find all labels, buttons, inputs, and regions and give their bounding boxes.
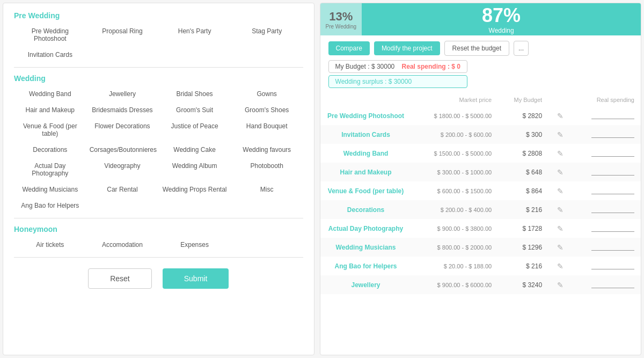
honeymoon-items: Air ticketsAccomodationExpenses: [14, 239, 303, 251]
list-item[interactable]: Accomodation: [86, 239, 159, 251]
edit-icon[interactable]: ✎: [548, 125, 572, 144]
list-item[interactable]: Wedding Props Rental: [158, 184, 231, 195]
list-item[interactable]: Actual Day Photography: [14, 160, 86, 179]
edit-icon[interactable]: ✎: [548, 200, 572, 219]
edit-icon[interactable]: ✎: [548, 275, 572, 294]
list-item[interactable]: Ang Bao for Helpers: [14, 200, 86, 211]
edit-icon[interactable]: ✎: [548, 219, 572, 238]
row-budget: $ 1728: [498, 219, 548, 238]
list-item[interactable]: Hair and Makeup: [14, 104, 86, 116]
edit-icon[interactable]: ✎: [548, 163, 572, 181]
row-name: Pre Wedding Photoshoot: [320, 106, 412, 125]
list-item[interactable]: Groom's Suit: [158, 104, 231, 116]
dots-button[interactable]: ...: [514, 41, 529, 56]
list-item[interactable]: Decorations: [14, 144, 86, 156]
reset-button[interactable]: Reset: [88, 268, 152, 289]
edit-icon[interactable]: ✎: [548, 144, 572, 163]
edit-icon[interactable]: ✎: [548, 257, 572, 275]
pre-wedding-pct: 13%: [329, 10, 353, 24]
list-item[interactable]: Wedding favours: [231, 144, 303, 156]
list-item[interactable]: Air tickets: [14, 239, 86, 251]
edit-icon[interactable]: ✎: [548, 106, 572, 125]
list-item[interactable]: Gowns: [231, 88, 303, 100]
row-budget: $ 2808: [498, 144, 548, 163]
row-budget: $ 1296: [498, 238, 548, 257]
pre-wedding-progress: 13% Pre Wedding: [320, 3, 362, 35]
row-real-spending: [572, 219, 641, 238]
list-item[interactable]: Misc: [231, 184, 303, 195]
edit-icon[interactable]: ✎: [548, 181, 572, 200]
table-row: Jewellery $ 900.00 - $ 6000.00 $ 3240 ✎: [320, 275, 641, 294]
list-item[interactable]: Videography: [86, 160, 159, 179]
row-market-price: $ 800.00 - $ 2000.00: [412, 238, 499, 257]
list-item[interactable]: Bridal Shoes: [158, 88, 231, 100]
table-row: Invitation Cards $ 200.00 - $ 600.00 $ 3…: [320, 125, 641, 144]
surplus-label: Wedding surplus : $ 30000: [335, 78, 412, 85]
list-item[interactable]: Hen's Party: [158, 25, 231, 45]
row-name: Venue & Food (per table): [320, 181, 412, 200]
list-item[interactable]: Wedding Musicians: [14, 184, 86, 195]
col-edit: [548, 93, 572, 106]
row-name: Jewellery: [320, 275, 412, 294]
surplus-box: Wedding surplus : $ 30000: [328, 75, 467, 88]
budget-box: My Budget : $ 30000 Real spending : $ 0: [328, 60, 467, 73]
budget-table: Market price My Budget Real spending Pre…: [320, 93, 641, 294]
row-budget: $ 216: [498, 200, 548, 219]
submit-button[interactable]: Submit: [163, 268, 229, 289]
row-budget: $ 648: [498, 163, 548, 181]
list-item[interactable]: Car Rental: [86, 184, 159, 195]
edit-icon[interactable]: ✎: [548, 238, 572, 257]
list-item[interactable]: Wedding Cake: [158, 144, 231, 156]
budget-label: My Budget : $ 30000: [335, 63, 395, 70]
list-item[interactable]: Corsages/Boutonnieres: [86, 144, 159, 156]
row-real-spending: [572, 181, 641, 200]
list-item[interactable]: Groom's Shoes: [231, 104, 303, 116]
table-row: Hair and Makeup $ 300.00 - $ 1000.00 $ 6…: [320, 163, 641, 181]
compare-button[interactable]: Compare: [328, 41, 370, 55]
table-row: Pre Wedding Photoshoot $ 1800.00 - $ 500…: [320, 106, 641, 125]
wedding-label: Wedding: [489, 27, 514, 34]
list-item[interactable]: Venue & Food (per table): [14, 120, 86, 140]
list-item[interactable]: Bridesmaids Dresses: [86, 104, 159, 116]
progress-bar: 13% Pre Wedding 87% Wedding: [320, 3, 641, 35]
row-budget: $ 2820: [498, 106, 548, 125]
row-real-spending: [572, 275, 641, 294]
row-budget: $ 216: [498, 257, 548, 275]
list-item[interactable]: Invitation Cards: [14, 49, 86, 61]
list-item[interactable]: Wedding Band: [14, 88, 86, 100]
row-real-spending: [572, 200, 641, 219]
row-budget: $ 864: [498, 181, 548, 200]
table-row: Ang Bao for Helpers $ 20.00 - $ 188.00 $…: [320, 257, 641, 275]
list-item[interactable]: Pre Wedding Photoshoot: [14, 25, 86, 45]
list-item[interactable]: Photobooth: [231, 160, 303, 179]
list-item[interactable]: Proposal Ring: [86, 25, 159, 45]
pre-wedding-label: Pre Wedding: [326, 24, 357, 30]
row-name: Actual Day Photography: [320, 219, 412, 238]
list-item[interactable]: Justice of Peace: [158, 120, 231, 140]
row-market-price: $ 200.00 - $ 600.00: [412, 125, 499, 144]
wedding-pct: 87%: [482, 4, 521, 27]
divider-3: [14, 257, 303, 258]
list-item[interactable]: Wedding Album: [158, 160, 231, 179]
list-item[interactable]: Flower Decorations: [86, 120, 159, 140]
table-row: Wedding Musicians $ 800.00 - $ 2000.00 $…: [320, 238, 641, 257]
list-item[interactable]: Stag Party: [231, 25, 303, 45]
table-row: Wedding Band $ 1500.00 - $ 5000.00 $ 280…: [320, 144, 641, 163]
row-name: Decorations: [320, 200, 412, 219]
row-real-spending: [572, 106, 641, 125]
list-item[interactable]: Hand Bouquet: [231, 120, 303, 140]
table-row: Decorations $ 200.00 - $ 400.00 $ 216 ✎: [320, 200, 641, 219]
row-name: Invitation Cards: [320, 125, 412, 144]
pre-wedding-items: Pre Wedding PhotoshootProposal RingHen's…: [14, 25, 303, 61]
row-market-price: $ 1800.00 - $ 5000.00: [412, 106, 499, 125]
modify-button[interactable]: Modify the project: [374, 41, 440, 55]
left-panel: Pre Wedding Pre Wedding PhotoshootPropos…: [3, 3, 314, 355]
row-real-spending: [572, 163, 641, 181]
list-item[interactable]: Expenses: [158, 239, 231, 251]
col-real-spending: Real spending: [572, 93, 641, 106]
list-item[interactable]: Jewellery: [86, 88, 159, 100]
row-market-price: $ 900.00 - $ 3800.00: [412, 219, 499, 238]
table-row: Actual Day Photography $ 900.00 - $ 3800…: [320, 219, 641, 238]
honeymoon-title: Honeymoon: [14, 225, 303, 233]
reset-budget-button[interactable]: Reset the budget: [444, 41, 509, 56]
